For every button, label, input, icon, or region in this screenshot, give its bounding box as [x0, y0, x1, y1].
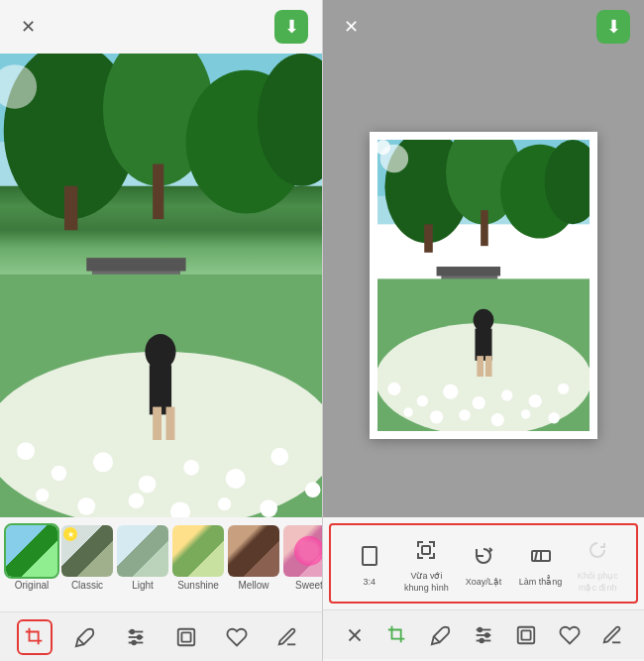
left-tool-adjust[interactable]	[118, 619, 154, 655]
crop-rotate-option[interactable]: Xoay/Lật	[456, 545, 510, 589]
ratio-label: 3:4	[364, 577, 376, 589]
right-pen-icon	[601, 624, 623, 646]
crop-ratio-option[interactable]: 3:4	[342, 545, 396, 589]
brush-icon	[74, 626, 96, 648]
right-tool-frame[interactable]	[508, 617, 544, 653]
svg-point-24	[218, 497, 231, 510]
filter-classic[interactable]: ★ Classic	[61, 525, 113, 591]
filter-original-label: Original	[15, 580, 49, 591]
svg-rect-70	[363, 547, 376, 565]
svg-point-12	[17, 442, 35, 460]
filter-strip: Original ★ Classic Light Sunshine Mellow…	[0, 517, 322, 611]
straighten-icon	[530, 545, 552, 573]
filter-mellow[interactable]: Mellow	[228, 525, 279, 591]
svg-point-13	[52, 466, 67, 482]
left-panel: ✕ ⬇	[0, 0, 322, 661]
svg-point-81	[485, 633, 489, 637]
svg-rect-7	[153, 164, 163, 219]
crop-fit-option[interactable]: Vừa vớikhung hình	[399, 539, 454, 594]
straighten-label: Làm thẳng	[519, 577, 563, 589]
svg-rect-83	[518, 627, 535, 644]
svg-point-56	[473, 396, 485, 409]
left-top-bar: ✕ ⬇	[0, 0, 322, 54]
frame-icon	[175, 626, 197, 648]
filter-sweet-label: Sweet	[295, 580, 322, 591]
filter-sweet[interactable]: Sweet	[283, 525, 322, 591]
left-tool-heart[interactable]	[219, 619, 255, 655]
left-scene-svg	[0, 54, 322, 517]
right-photo-framed	[370, 132, 597, 439]
svg-rect-6	[64, 186, 77, 231]
svg-point-58	[529, 394, 542, 407]
svg-point-22	[129, 493, 145, 508]
left-bottom-toolbar	[0, 611, 322, 661]
filter-sweet-thumb	[283, 525, 322, 577]
left-tool-frame[interactable]	[168, 619, 204, 655]
left-tool-crop[interactable]	[17, 619, 53, 655]
left-download-button[interactable]: ⬇	[274, 10, 308, 44]
right-top-bar: ✕ ⬇	[323, 0, 644, 54]
filter-sunshine[interactable]: Sunshine	[172, 525, 224, 591]
svg-point-18	[270, 448, 288, 466]
svg-point-62	[459, 409, 470, 420]
right-tool-x[interactable]	[337, 617, 373, 653]
svg-point-80	[478, 628, 482, 632]
right-panel: ✕ ⬇	[323, 0, 644, 661]
right-tools-area: 3:4 Vừa vớikhung hình	[323, 517, 644, 661]
filter-mellow-thumb	[228, 525, 279, 577]
left-tool-brush[interactable]	[67, 619, 103, 655]
filter-sunshine-label: Sunshine	[177, 580, 219, 591]
svg-point-16	[183, 460, 199, 476]
left-photo	[0, 54, 322, 517]
svg-point-36	[132, 640, 136, 644]
reset-label: Khôi phụcmặc định	[578, 571, 618, 594]
svg-rect-46	[481, 210, 488, 246]
filter-classic-label: Classic	[71, 580, 103, 591]
right-tool-crop[interactable]	[379, 617, 415, 653]
svg-rect-28	[153, 407, 161, 440]
right-tool-adjust[interactable]	[466, 617, 501, 653]
pen-icon	[276, 626, 298, 648]
filter-mellow-label: Mellow	[238, 580, 268, 591]
svg-point-20	[36, 489, 49, 501]
right-crop-icon	[386, 624, 408, 646]
svg-point-34	[131, 629, 135, 633]
left-image-area	[0, 54, 322, 517]
filter-original[interactable]: Original	[6, 525, 57, 591]
svg-rect-71	[422, 546, 430, 554]
adjust-icon	[125, 626, 147, 648]
svg-point-64	[521, 409, 530, 418]
filter-classic-thumb: ★	[61, 525, 113, 577]
crop-reset-option[interactable]: Khôi phụcmặc định	[571, 539, 625, 594]
svg-rect-67	[475, 329, 491, 361]
svg-rect-37	[178, 628, 195, 645]
svg-rect-68	[477, 356, 483, 377]
svg-point-65	[548, 412, 559, 423]
crop-icon	[24, 626, 46, 648]
crop-straighten-option[interactable]: Làm thẳng	[513, 545, 568, 589]
svg-point-25	[260, 499, 277, 517]
right-tool-pen[interactable]	[594, 617, 630, 653]
heart-icon	[226, 626, 248, 648]
left-tool-pen[interactable]	[269, 619, 305, 655]
svg-rect-45	[424, 224, 433, 252]
right-tool-brush[interactable]	[423, 617, 459, 653]
svg-point-17	[226, 469, 246, 489]
right-close-button[interactable]: ✕	[337, 13, 365, 41]
svg-point-66	[474, 309, 494, 332]
star-badge: ★	[63, 527, 77, 541]
svg-point-59	[558, 384, 569, 394]
svg-point-82	[480, 639, 483, 643]
svg-point-15	[139, 476, 157, 494]
filter-light[interactable]: Light	[117, 525, 168, 591]
left-close-button[interactable]: ✕	[14, 13, 42, 41]
right-download-button[interactable]: ⬇	[596, 10, 630, 44]
reset-icon	[587, 539, 608, 567]
right-image-area	[323, 54, 644, 517]
right-scene-svg	[377, 140, 590, 431]
right-frame-icon	[515, 624, 537, 646]
svg-point-21	[77, 497, 95, 515]
svg-rect-9	[86, 258, 185, 271]
right-heart-icon	[559, 624, 581, 646]
right-tool-heart[interactable]	[552, 617, 588, 653]
